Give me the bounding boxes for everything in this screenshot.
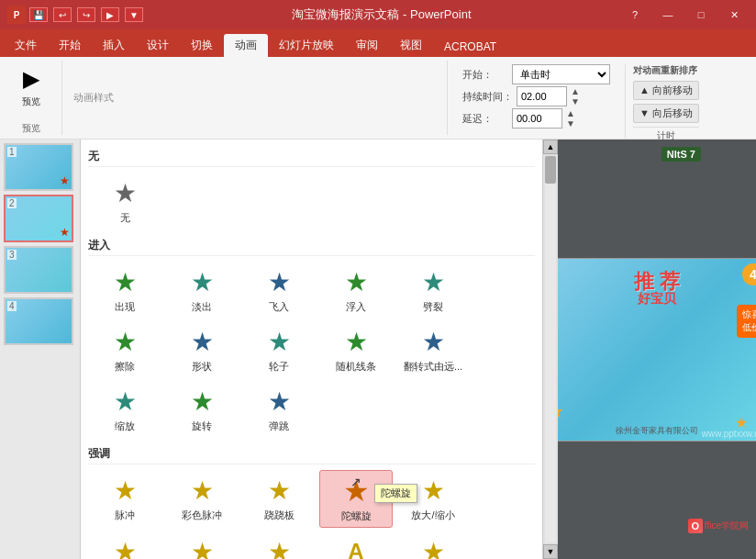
scroll-down-btn[interactable]: ▼ (543, 544, 558, 559)
animation-styles-ribbon: 动画样式 (70, 61, 448, 135)
anim-darken[interactable]: ★ 加深 (165, 531, 239, 559)
anim-lighten[interactable]: ★ 变淡 (242, 531, 316, 559)
anim-appear[interactable]: ★ 出现 (88, 262, 161, 318)
enter-section-title: 进入 (88, 236, 535, 256)
minimize-button[interactable]: — (653, 6, 683, 24)
duration-label: 持续时间： (462, 90, 513, 104)
anim-random-bars[interactable]: ★ 随机线条 (319, 321, 393, 377)
anim-wheel[interactable]: ★ 轮子 (242, 321, 316, 377)
slide-thumb-1[interactable]: 1 ★ (4, 143, 73, 191)
fade-icon: ★ (185, 265, 218, 298)
shape-icon: ★ (185, 325, 218, 358)
preview-label: 预览 (22, 95, 40, 108)
preview-button[interactable]: ▶ 预览 (11, 61, 51, 112)
window-title: 淘宝微海报演示文稿 - PowerPoint (143, 6, 620, 23)
tab-design[interactable]: 设计 (136, 34, 180, 57)
anim-flip[interactable]: ★ 翻转式由远... (396, 321, 470, 377)
close-button[interactable]: ✕ (719, 6, 749, 24)
anim-section-emphasis: 强调 ★ 脉冲 ★ 彩色脉冲 ★ 跷跷板 ★ (88, 444, 535, 559)
start-icon[interactable]: ▶ (101, 7, 119, 22)
tab-insert[interactable]: 插入 (92, 34, 136, 57)
tab-file[interactable]: 文件 (4, 34, 48, 57)
help-button[interactable]: ? (620, 6, 650, 24)
anim-pulse[interactable]: ★ 脉冲 (88, 470, 161, 528)
ribbon-tabs: 文件 开始 插入 设计 切换 动画 幻灯片放映 审阅 视图 ACROBAT (0, 29, 756, 57)
slide-thumb-2[interactable]: 2 ★ (4, 195, 73, 242)
ribbon-group-preview: ▶ 预览 预览 (7, 61, 62, 135)
anim-none[interactable]: ★ 无 (88, 173, 161, 229)
tab-view[interactable]: 视图 (389, 34, 433, 57)
tab-acrobat[interactable]: ACROBAT (433, 37, 507, 57)
scroll-track[interactable] (545, 156, 556, 542)
delay-input[interactable]: 00.00 (512, 108, 562, 129)
delay-up[interactable]: ▲ (566, 108, 575, 118)
move-forward-btn[interactable]: ▲ 向前移动 (633, 81, 699, 100)
duration-input[interactable]: 02.00 (517, 86, 567, 106)
delay-row: 延迟： 00.00 ▲ ▼ (462, 108, 610, 129)
transparency-icon: A (339, 535, 372, 559)
object-color-icon: ★ (417, 535, 450, 559)
anim-desaturate[interactable]: ★ 不饱和 (88, 531, 161, 559)
slide-content-area: NItS 7 4 推 荐 好宝贝 惊喜 低价 ★ ★ 徐州金哥家具有限公司 ww… (558, 140, 756, 559)
tab-review[interactable]: 审阅 (345, 34, 389, 57)
grow-shrink-label: 放大/缩小 (411, 509, 454, 522)
slide-thumb-3[interactable]: 3 (4, 246, 73, 294)
anim-teeter[interactable]: ★ 跷跷板 (242, 470, 316, 528)
fly-in-label: 飞入 (269, 300, 289, 314)
split-icon: ★ (417, 265, 450, 298)
title-bar-left: P 💾 ↩ ↪ ▶ ▼ (7, 6, 143, 24)
anim-rotate[interactable]: ★ 旋转 (165, 381, 239, 437)
delay-spinners: ▲ ▼ (566, 108, 575, 129)
wipe-label: 擦除 (115, 360, 135, 374)
slide-thumb-4[interactable]: 4 (4, 297, 73, 345)
anim-color-pulse[interactable]: ★ 彩色脉冲 (165, 470, 239, 528)
tab-slideshow[interactable]: 幻灯片放映 (268, 34, 345, 57)
teeter-icon: ★ (262, 474, 295, 507)
maximize-button[interactable]: □ (686, 6, 716, 24)
start-select[interactable]: 单击时 与上一动画同时 上一动画之后 (512, 64, 610, 84)
office-logo: O (688, 519, 703, 533)
anim-zoom[interactable]: ★ 缩放 (88, 381, 161, 437)
random-bars-icon: ★ (339, 325, 372, 358)
price-text: 惊喜 (742, 308, 756, 321)
duration-down[interactable]: ▼ (571, 96, 580, 106)
slide-view[interactable]: 4 推 荐 好宝贝 惊喜 低价 ★ ★ 徐州金哥家具有限公司 www.pptxx… (558, 258, 756, 442)
move-back-btn[interactable]: ▼ 向后移动 (633, 104, 699, 123)
tab-home[interactable]: 开始 (48, 34, 92, 57)
rotate-icon: ★ (185, 385, 218, 418)
anim-split[interactable]: ★ 劈裂 (396, 262, 470, 318)
save-icon[interactable]: 💾 (29, 7, 48, 22)
slide-num-3: 3 (7, 250, 17, 260)
none-grid: ★ 无 (88, 173, 535, 229)
none-label: 无 (120, 211, 130, 225)
anim-bounce[interactable]: ★ 弹跳 (242, 381, 316, 437)
redo-icon[interactable]: ↪ (77, 7, 95, 22)
anim-float[interactable]: ★ 浮入 (319, 262, 393, 318)
anim-transparency[interactable]: A 透明 (319, 531, 393, 559)
undo-icon[interactable]: ↩ (53, 7, 72, 22)
tab-transitions[interactable]: 切换 (180, 34, 224, 57)
wheel-label: 轮子 (269, 360, 289, 374)
scroll-thumb[interactable] (545, 156, 556, 184)
none-section-title: 无 (88, 147, 535, 167)
darken-icon: ★ (185, 535, 218, 559)
scroll-up-btn[interactable]: ▲ (543, 140, 558, 154)
anim-section-enter: 进入 ★ 出现 ★ 淡出 ★ 飞入 ★ (88, 236, 535, 437)
star-decoration-left: ★ (558, 400, 564, 422)
nits-badge: NItS 7 (662, 147, 701, 162)
anim-fly-in[interactable]: ★ 飞入 (242, 262, 316, 318)
anim-fade[interactable]: ★ 淡出 (165, 262, 239, 318)
start-label: 开始： (462, 68, 508, 82)
bounce-label: 弹跳 (269, 419, 289, 433)
tab-animations[interactable]: 动画 (224, 34, 268, 57)
rotate-label: 旋转 (192, 419, 212, 433)
title-bar: P 💾 ↩ ↪ ▶ ▼ 淘宝微海报演示文稿 - PowerPoint ? — □… (0, 0, 756, 29)
delay-down[interactable]: ▼ (566, 118, 575, 129)
anim-wipe[interactable]: ★ 擦除 (88, 321, 161, 377)
customize-icon[interactable]: ▼ (125, 7, 143, 22)
anim-object-color[interactable]: ★ 对象颜色 (396, 531, 470, 559)
color-pulse-label: 彩色脉冲 (182, 509, 222, 522)
anim-shape[interactable]: ★ 形状 (165, 321, 239, 377)
duration-spinners: ▲ ▼ (571, 86, 580, 106)
duration-up[interactable]: ▲ (571, 86, 580, 96)
